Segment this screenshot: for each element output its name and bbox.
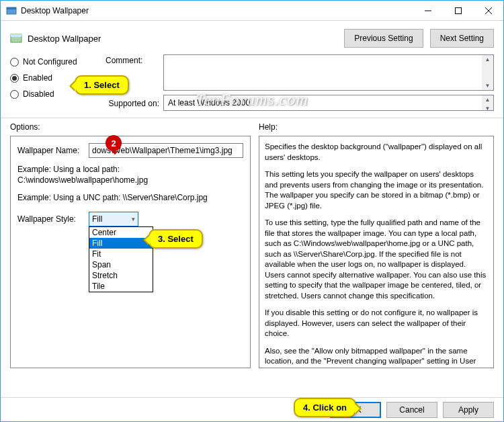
options-panel: Wallpaper Name: Example: Using a local p… [10,136,251,368]
svg-rect-3 [455,7,461,13]
app-icon [6,5,17,16]
svg-rect-1 [7,7,16,9]
radio-not-configured[interactable]: Not Configured [10,57,99,67]
wallpaper-icon [10,32,22,44]
dropdown-item[interactable]: Stretch [89,270,153,281]
dropdown-item[interactable]: Fit [89,249,153,259]
options-label: Options: [10,122,251,132]
annotation-callout-3: 3. Select [149,229,203,249]
maximize-button[interactable] [443,1,473,20]
help-panel: Specifies the desktop background ("wallp… [259,136,494,368]
dropdown-item[interactable]: Span [89,259,153,270]
previous-setting-button[interactable]: Previous Setting [344,29,423,48]
header-title-text: Desktop Wallpaper [28,34,101,44]
titlebar: Desktop Wallpaper [1,1,503,21]
supported-on-label: Supported on: [106,97,159,108]
help-label: Help: [259,122,494,132]
supported-on-value: At least Windows 2000 ▲▼ [163,95,494,111]
wallpaper-style-label: Wallpaper Style: [17,214,86,224]
scrollbar[interactable]: ▲▼ [482,95,493,110]
annotation-callout-1: 1. Select [75,75,129,95]
wallpaper-style-select[interactable]: Fill ▾ [89,212,138,226]
example-local-value: C:\windows\web\wallpaper\home.jpg [17,175,243,185]
close-button[interactable] [473,1,503,20]
dropdown-item[interactable]: Tile [89,281,153,292]
next-setting-button[interactable]: Next Setting [430,29,494,48]
example-unc: Example: Using a UNC path: \\Server\Shar… [17,193,243,202]
cancel-button[interactable]: Cancel [386,402,437,418]
radio-icon [10,58,19,67]
svg-rect-7 [11,34,22,37]
radio-icon [10,74,19,83]
annotation-callout-4: 4. Click on [294,398,356,417]
radio-icon [10,90,19,99]
minimize-button[interactable] [413,1,443,20]
comment-textarea[interactable]: ▲▼ [163,54,494,91]
scrollbar[interactable]: ▲▼ [482,55,493,90]
window-title: Desktop Wallpaper [21,6,413,15]
dialog-button-bar: OK Cancel Apply [1,397,503,421]
chevron-down-icon: ▾ [132,216,135,222]
annotation-badge-2: 2 [106,135,122,151]
wallpaper-name-label: Wallpaper Name: [17,146,86,155]
apply-button[interactable]: Apply [443,402,494,418]
example-local-label: Example: Using a local path: [17,165,243,174]
page-title: Desktop Wallpaper [10,32,337,44]
